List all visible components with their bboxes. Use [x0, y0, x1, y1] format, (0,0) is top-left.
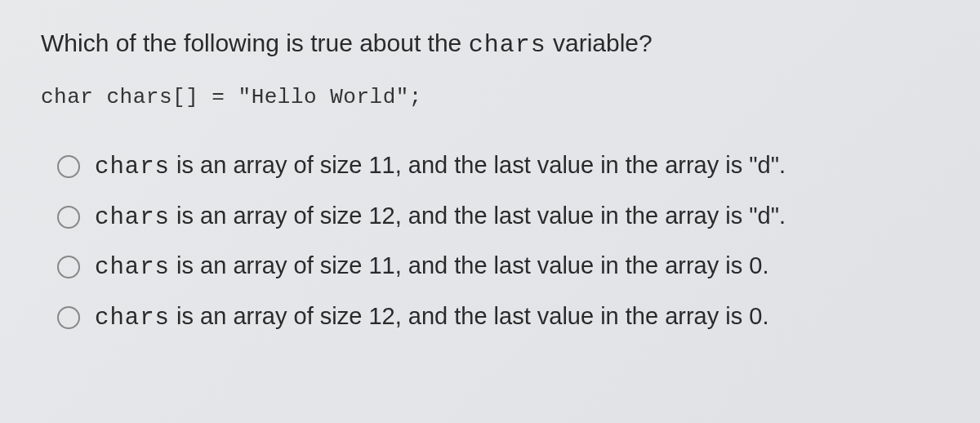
- radio-option-2[interactable]: [57, 206, 80, 229]
- option-3-rest: is an array of size 11, and the last val…: [170, 252, 768, 278]
- radio-option-3[interactable]: [57, 256, 80, 278]
- question-code-word: chars: [469, 31, 546, 59]
- option-3-label: chars is an array of size 11, and the la…: [95, 251, 768, 283]
- radio-option-1[interactable]: [57, 155, 80, 178]
- radio-option-4[interactable]: [57, 306, 80, 329]
- option-1: chars is an array of size 11, and the la…: [57, 150, 939, 183]
- code-snippet: char chars[] = "Hello World";: [41, 85, 939, 109]
- question-suffix: variable?: [546, 29, 653, 56]
- option-1-code: chars: [95, 154, 170, 180]
- option-2-code: chars: [95, 204, 170, 231]
- option-3-code: chars: [95, 254, 170, 281]
- option-3: chars is an array of size 11, and the la…: [57, 251, 939, 283]
- option-2-label: chars is an array of size 12, and the la…: [95, 201, 786, 234]
- option-4-rest: is an array of size 12, and the last val…: [170, 303, 768, 329]
- options-list: chars is an array of size 11, and the la…: [41, 150, 939, 334]
- option-1-label: chars is an array of size 11, and the la…: [95, 150, 786, 183]
- option-1-rest: is an array of size 11, and the last val…: [170, 152, 786, 178]
- option-2: chars is an array of size 12, and the la…: [57, 201, 939, 234]
- question-text: Which of the following is true about the…: [41, 26, 939, 62]
- option-4-code: chars: [95, 305, 170, 332]
- question-prefix: Which of the following is true about the: [41, 29, 469, 56]
- option-4: chars is an array of size 12, and the la…: [57, 301, 939, 334]
- option-4-label: chars is an array of size 12, and the la…: [95, 301, 768, 334]
- option-2-rest: is an array of size 12, and the last val…: [170, 203, 786, 229]
